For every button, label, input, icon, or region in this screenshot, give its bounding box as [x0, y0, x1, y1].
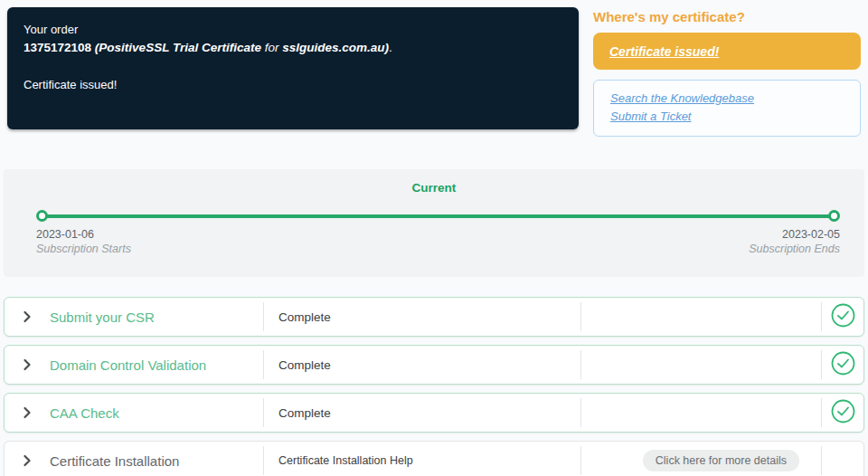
- step-row-submit-csr[interactable]: Submit your CSR Complete: [4, 297, 864, 337]
- check-circle-icon: [831, 399, 855, 427]
- step-row-certificate-installation[interactable]: Certificate Installation Certificate Ins…: [4, 441, 864, 476]
- column-divider: [821, 446, 822, 475]
- step-title: Domain Control Validation: [50, 357, 206, 373]
- certificate-steps-list: Submit your CSR Complete Domain Control …: [4, 297, 864, 476]
- subscription-start-label: Subscription Starts: [36, 243, 131, 255]
- timeline-start: 2023-01-06 Subscription Starts: [36, 228, 131, 255]
- submit-ticket-link[interactable]: Submit a Ticket: [610, 109, 691, 123]
- step-row-caa-check[interactable]: CAA Check Complete: [4, 393, 864, 433]
- where-certificate-heading: Where's my certificate?: [593, 9, 861, 24]
- step-title: CAA Check: [50, 405, 119, 421]
- step-status: Complete: [264, 406, 580, 420]
- search-knowledgebase-link[interactable]: Search the Knowledgebase: [610, 91, 754, 105]
- step-title: Certificate Installation: [50, 453, 179, 469]
- order-domain: sslguides.com.au): [282, 41, 389, 54]
- subscription-start-date: 2023-01-06: [36, 228, 131, 241]
- step-status: Certificate Installation Help: [264, 454, 580, 467]
- step-complete-indicator: [822, 303, 863, 331]
- timeline-dates: 2023-01-06 Subscription Starts 2023-02-0…: [36, 228, 840, 255]
- step-complete-indicator: [822, 351, 863, 379]
- timeline-end-dot: [828, 210, 840, 222]
- check-circle-icon: [831, 303, 855, 331]
- order-details: 1375172108 (PositiveSSL Trial Certificat…: [24, 39, 562, 57]
- sentence-period: .: [389, 41, 392, 54]
- subscription-end-label: Subscription Ends: [749, 243, 840, 255]
- subscription-end-date: 2023-02-05: [749, 228, 840, 241]
- chevron-right-icon[interactable]: [21, 358, 33, 371]
- column-divider: [580, 350, 581, 379]
- certificate-issued-button[interactable]: Certificate issued!: [593, 33, 861, 70]
- chevron-right-icon[interactable]: [21, 454, 33, 467]
- product-name: (PositiveSSL Trial Certificate: [95, 41, 261, 54]
- subscription-timeline-panel: Current 2023-01-06 Subscription Starts 2…: [4, 169, 864, 277]
- step-complete-indicator: [822, 399, 863, 427]
- column-divider: [580, 398, 581, 427]
- step-action: Click here for more details: [581, 450, 821, 471]
- certificate-issued-button-label: Certificate issued!: [609, 44, 719, 59]
- step-row-domain-control-validation[interactable]: Domain Control Validation Complete: [4, 345, 864, 385]
- order-status-text: Certificate issued!: [24, 76, 562, 94]
- certificate-status-panel: Where's my certificate? Certificate issu…: [593, 7, 861, 137]
- timeline-track: [36, 210, 840, 222]
- timeline-end: 2023-02-05 Subscription Ends: [749, 228, 840, 255]
- timeline-current-label: Current: [4, 181, 864, 195]
- more-details-button[interactable]: Click here for more details: [643, 450, 799, 471]
- for-word: for: [265, 41, 279, 54]
- chevron-right-icon[interactable]: [21, 310, 33, 323]
- order-label: Your order: [24, 21, 562, 39]
- chevron-right-icon[interactable]: [21, 406, 33, 419]
- step-status: Complete: [264, 358, 580, 372]
- step-title: Submit your CSR: [50, 309, 155, 325]
- order-id: 1375172108: [24, 41, 91, 54]
- timeline-line: [47, 214, 829, 218]
- order-summary-banner: Your order 1375172108 (PositiveSSL Trial…: [7, 7, 579, 129]
- support-links-box: Search the Knowledgebase Submit a Ticket: [593, 80, 861, 137]
- top-section: Your order 1375172108 (PositiveSSL Trial…: [0, 0, 868, 137]
- column-divider: [580, 302, 581, 331]
- check-circle-icon: [831, 351, 855, 379]
- step-status: Complete: [264, 310, 580, 324]
